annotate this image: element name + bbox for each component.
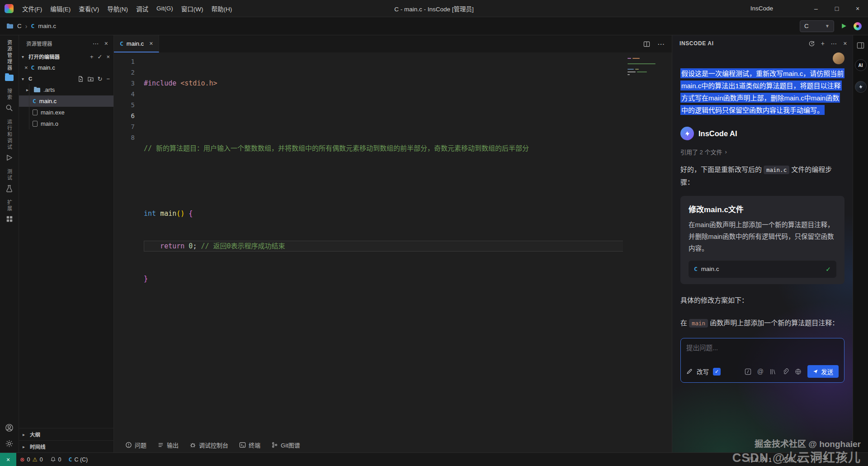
tree-item-name: .arts [43, 86, 55, 93]
settings-button[interactable] [5, 439, 14, 448]
c-file-icon: C [31, 23, 34, 29]
menu-window[interactable]: 窗口(W) [177, 3, 208, 14]
attach-paperclip-icon[interactable] [782, 368, 789, 375]
menu-navigate[interactable]: 导航(N) [103, 3, 132, 14]
more-icon[interactable]: ⋯ [831, 40, 838, 47]
activity-bar: 资源管理器 搜索 运行和调试 测试 扩展 [0, 35, 19, 452]
indentation[interactable]: 空格: 4 [783, 455, 800, 464]
run-target-select[interactable]: C ▼ [800, 20, 834, 32]
outline-section[interactable]: ▸ 大纲 [19, 428, 113, 440]
assistant-badge[interactable] [855, 81, 867, 93]
menu-view[interactable]: 查看(V) [75, 3, 103, 14]
breadcrumb-file[interactable]: main.c [38, 23, 56, 29]
line-number: 4 [114, 89, 135, 100]
tree-item-folder[interactable]: ▸ .arts [19, 84, 113, 95]
send-button[interactable]: 发送 [807, 365, 839, 378]
sidebar-more-icon[interactable]: ⋯ [93, 40, 99, 47]
rewrite-checkbox[interactable]: ✓ [713, 368, 721, 376]
activity-search[interactable]: 搜索 [5, 88, 13, 112]
tab-label: Git图谱 [281, 441, 300, 449]
referenced-files-link[interactable]: 引用了 2 个文件 › [680, 147, 844, 156]
more-actions-icon[interactable]: ⋯ [657, 40, 665, 48]
rewrite-mode-label[interactable]: 改写 [697, 367, 709, 376]
minimize-button[interactable]: – [806, 0, 826, 17]
pencil-icon [686, 368, 693, 375]
tab-debug-console[interactable]: 调试控制台 [184, 437, 233, 452]
remote-indicator[interactable]: × [0, 453, 16, 466]
menu-help[interactable]: 帮助(H) [207, 3, 236, 14]
globe-icon[interactable] [795, 368, 802, 375]
refresh-icon[interactable]: ↻ [98, 76, 103, 82]
plan-card-file-row[interactable]: C main.c ✓ [689, 261, 836, 278]
tab-problems[interactable]: 问题 [120, 437, 151, 452]
prompt-input-box: 改写 ✓ @ 发送 [680, 338, 844, 383]
plan-card-title: 修改main.c文件 [689, 203, 836, 214]
tree-item-file[interactable]: main.o [19, 118, 113, 129]
activity-extensions[interactable]: 扩展 [6, 200, 13, 223]
debug-console-icon [189, 442, 196, 448]
new-chat-icon[interactable]: + [821, 40, 825, 47]
workspace-section[interactable]: ▾ C ↻ − [19, 73, 113, 84]
referenced-files-label: 引用了 2 个文件 [680, 147, 722, 156]
activity-run-debug[interactable]: 运行和调试 [5, 119, 13, 162]
close-editor-icon[interactable]: × [24, 64, 28, 71]
sidebar-close-icon[interactable]: × [104, 40, 108, 47]
code-content[interactable]: #include <stdio.h> // 新的算法题目：用户输入一个整数数组，… [144, 56, 672, 437]
breadcrumb-root[interactable]: C [17, 23, 22, 29]
workspace-name: C [28, 76, 32, 81]
library-icon[interactable] [769, 368, 776, 375]
tab-label: 问题 [135, 441, 146, 449]
code-editor[interactable]: 1 2 3 4 5 6 7 8 #include <stdio.h> // 新的… [114, 52, 672, 437]
tree-item-file[interactable]: main.exe [19, 107, 113, 118]
prompt-controls: 改写 ✓ @ 发送 [686, 365, 839, 378]
menu-file[interactable]: 文件(F) [18, 3, 46, 14]
split-editor-icon[interactable] [643, 41, 650, 48]
ai-chat-badge[interactable]: AI [855, 59, 867, 71]
new-folder-icon[interactable] [88, 76, 94, 82]
open-editor-item[interactable]: × C main.c [19, 62, 113, 73]
open-editors-section[interactable]: ▾ 打开的编辑器 + ✓ × [19, 51, 113, 62]
editor-tab-active[interactable]: C main.c × [114, 35, 159, 52]
minimap[interactable] [623, 52, 672, 437]
slash-command-icon[interactable] [745, 368, 751, 375]
timeline-section[interactable]: ▸ 时间线 [19, 440, 113, 452]
save-all-icon[interactable]: ✓ [98, 53, 103, 60]
activity-explorer[interactable]: 资源管理器 [5, 40, 14, 81]
maximize-button[interactable]: □ [826, 0, 847, 17]
close-button[interactable]: × [847, 0, 868, 17]
language-status[interactable]: C C (C) [65, 453, 92, 466]
explorer-folder-icon [5, 75, 14, 81]
editor-tab-bar: C main.c × ⋯ [114, 35, 672, 52]
collapse-all-icon[interactable]: − [106, 76, 110, 82]
tab-git-graph[interactable]: Git图谱 [266, 437, 305, 452]
menu-debug[interactable]: 调试 [132, 3, 152, 14]
mention-at-icon[interactable]: @ [757, 368, 764, 375]
problems-counts[interactable]: ⊗ 0 ⚠ 0 [16, 453, 47, 466]
new-untitled-file-icon[interactable]: + [90, 53, 94, 60]
close-all-editors-icon[interactable]: × [106, 53, 110, 60]
open-editors-label: 打开的编辑器 [28, 53, 60, 60]
encoding[interactable]: UTF-8 [811, 455, 827, 461]
run-button[interactable] [840, 23, 847, 29]
prompt-input[interactable] [686, 344, 839, 352]
activity-testing[interactable]: 测试 [5, 169, 13, 192]
assistant-name: InsCode AI [698, 129, 737, 138]
tab-terminal[interactable]: 终端 [234, 437, 265, 452]
file-tree: ▸ .arts C main.c main.exe main.o [19, 84, 113, 129]
run-settings-gear-icon[interactable] [854, 22, 862, 30]
close-tab-icon[interactable]: × [149, 40, 153, 47]
history-icon[interactable] [808, 40, 815, 47]
tree-item-file-selected[interactable]: C main.c [19, 95, 113, 107]
tab-label: 终端 [249, 441, 260, 449]
tab-output[interactable]: 输出 [152, 437, 184, 452]
menu-edit[interactable]: 编辑(E) [46, 3, 75, 14]
cursor-position[interactable]: 行 6, 列 1 [748, 455, 772, 464]
menu-git[interactable]: Git(G) [152, 4, 177, 13]
account-button[interactable] [5, 423, 14, 432]
panel-layout-icon[interactable] [857, 42, 864, 49]
new-file-icon[interactable] [78, 76, 84, 82]
eol-sequence[interactable]: LF [838, 455, 844, 461]
close-panel-icon[interactable]: × [843, 40, 847, 47]
notifications-status[interactable]: 0 [47, 453, 65, 466]
check-icon: ✓ [826, 266, 831, 273]
